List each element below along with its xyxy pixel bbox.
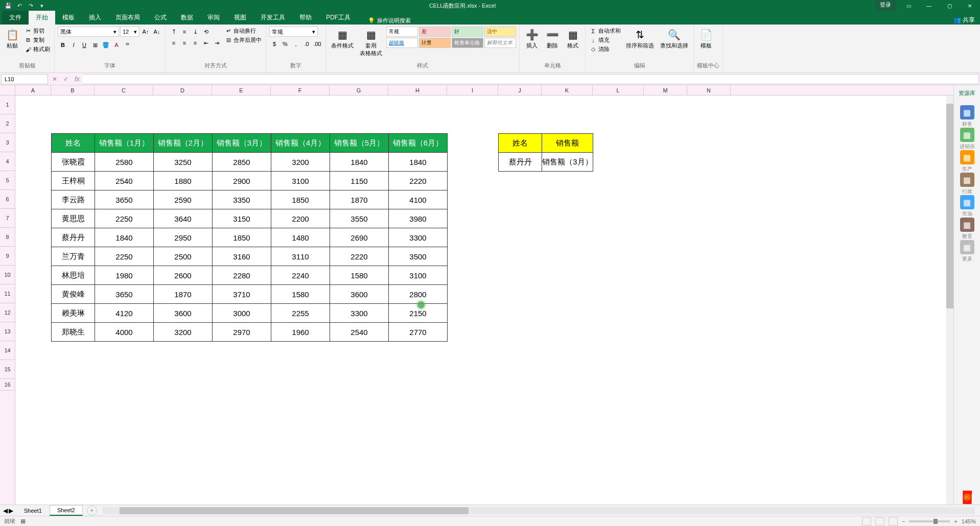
column-header[interactable]: C xyxy=(95,85,153,95)
row-header[interactable]: 5 xyxy=(0,171,15,190)
align-right-button[interactable]: ≡ xyxy=(190,38,200,48)
save-icon[interactable]: 💾 xyxy=(4,2,12,10)
table-cell[interactable]: 郑晓生 xyxy=(52,323,95,342)
increase-indent-button[interactable]: ⇥ xyxy=(212,38,222,48)
style-check[interactable]: 检查单元格 xyxy=(452,38,483,48)
column-header[interactable]: D xyxy=(153,85,212,95)
decrease-indent-button[interactable]: ⇤ xyxy=(201,38,211,48)
table-cell[interactable]: 2200 xyxy=(271,209,330,228)
table-cell[interactable]: 3600 xyxy=(154,304,213,323)
table-cell[interactable]: 黄俊峰 xyxy=(52,285,95,304)
tab-layout[interactable]: 页面布局 xyxy=(108,11,147,25)
sheet-tab-2[interactable]: Sheet2 xyxy=(50,505,83,516)
insert-cells-button[interactable]: ➕插入 xyxy=(523,27,541,51)
table-cell[interactable]: 2540 xyxy=(95,172,154,190)
row-header[interactable]: 2 xyxy=(0,114,15,133)
column-header[interactable]: L xyxy=(593,85,644,95)
table-cell[interactable]: 2950 xyxy=(154,228,213,247)
increase-font-button[interactable]: A↑ xyxy=(141,27,151,37)
pane-item[interactable]: ▦生产 xyxy=(960,150,975,173)
cancel-formula-button[interactable]: ✕ xyxy=(49,74,60,84)
tab-home[interactable]: 开始 xyxy=(29,11,55,25)
column-header[interactable]: M xyxy=(644,85,687,95)
style-neutral[interactable]: 适中 xyxy=(484,27,516,37)
minimize-button[interactable]: — xyxy=(919,0,939,11)
page-break-view-button[interactable] xyxy=(889,517,898,525)
table-cell[interactable]: 王梓桐 xyxy=(52,172,95,190)
lookup-cell[interactable]: 蔡丹丹 xyxy=(499,153,542,172)
table-cell[interactable]: 3500 xyxy=(389,247,448,266)
column-header[interactable]: F xyxy=(271,85,330,95)
add-sheet-button[interactable]: + xyxy=(87,506,97,516)
zoom-slider[interactable] xyxy=(909,520,950,522)
row-header[interactable]: 16 xyxy=(0,379,15,391)
table-cell[interactable]: 1870 xyxy=(330,190,389,209)
format-as-table-button[interactable]: ▦套用 表格格式 xyxy=(358,27,384,58)
zoom-in-button[interactable]: + xyxy=(954,518,957,524)
sheet-tab-1[interactable]: Sheet1 xyxy=(16,506,50,516)
table-cell[interactable]: 1980 xyxy=(95,266,154,285)
table-cell[interactable]: 蔡丹丹 xyxy=(52,228,95,247)
row-header[interactable]: 3 xyxy=(0,133,15,152)
select-all-button[interactable] xyxy=(0,85,15,95)
row-header[interactable]: 1 xyxy=(0,95,15,114)
table-cell[interactable]: 3300 xyxy=(389,228,448,247)
currency-button[interactable]: $ xyxy=(269,39,279,49)
zoom-out-button[interactable]: − xyxy=(902,518,905,524)
pane-item[interactable]: ▦市场 xyxy=(960,195,975,218)
table-cell[interactable]: 2690 xyxy=(330,228,389,247)
align-middle-button[interactable]: ≡ xyxy=(179,27,190,37)
table-cell[interactable]: 2240 xyxy=(271,266,330,285)
column-header[interactable]: I xyxy=(447,85,498,95)
undo-icon[interactable]: ↶ xyxy=(15,2,24,10)
table-cell[interactable]: 3300 xyxy=(330,304,389,323)
find-select-button[interactable]: 🔍查找和选择 xyxy=(658,27,690,51)
table-cell[interactable]: 3160 xyxy=(213,247,271,266)
table-cell[interactable]: 3600 xyxy=(330,285,389,304)
template-button[interactable]: 📄模板 xyxy=(697,27,715,51)
table-header[interactable]: 销售额（6月） xyxy=(389,134,448,153)
fill-color-button[interactable]: 🪣 xyxy=(101,40,111,50)
zoom-level[interactable]: 145% xyxy=(962,518,976,524)
table-cell[interactable]: 林思培 xyxy=(52,266,95,285)
table-cell[interactable]: 2250 xyxy=(95,247,154,266)
comma-button[interactable]: , xyxy=(291,39,301,49)
table-cell[interactable]: 2900 xyxy=(213,172,271,190)
tab-insert[interactable]: 插入 xyxy=(82,11,108,25)
format-cells-button[interactable]: ▦格式 xyxy=(564,27,582,51)
tab-data[interactable]: 数据 xyxy=(174,11,200,25)
login-button[interactable]: 登录 xyxy=(875,0,896,11)
table-cell[interactable]: 2500 xyxy=(154,247,213,266)
format-painter-button[interactable]: 🖌格式刷 xyxy=(24,45,51,54)
table-cell[interactable]: 3350 xyxy=(213,190,271,209)
underline-button[interactable]: U xyxy=(79,40,89,50)
style-explain[interactable]: 解释性文本 xyxy=(484,38,516,48)
tab-developer[interactable]: 开发工具 xyxy=(253,11,292,25)
table-cell[interactable]: 2580 xyxy=(95,153,154,172)
table-cell[interactable]: 2590 xyxy=(154,190,213,209)
align-center-button[interactable]: ≡ xyxy=(179,38,190,48)
ribbon-options-icon[interactable]: ▭ xyxy=(898,0,919,11)
bold-button[interactable]: B xyxy=(58,40,68,50)
table-cell[interactable]: 3100 xyxy=(271,172,330,190)
increase-decimal-button[interactable]: .0 xyxy=(301,39,312,49)
row-header[interactable]: 8 xyxy=(0,228,15,247)
sheet-nav-prev[interactable]: ◀ xyxy=(3,507,8,514)
font-family-select[interactable]: 黑体▾ xyxy=(58,27,119,37)
red-packet-icon[interactable]: 🧧 xyxy=(960,490,975,505)
lookup-cell[interactable]: 销售额（3月） xyxy=(542,153,593,172)
style-normal[interactable]: 常规 xyxy=(386,27,418,37)
table-cell[interactable]: 3200 xyxy=(154,323,213,342)
cut-button[interactable]: ✂剪切 xyxy=(24,27,51,35)
align-left-button[interactable]: ≡ xyxy=(169,38,179,48)
table-cell[interactable]: 3650 xyxy=(95,190,154,209)
pane-item[interactable]: ▦行政 xyxy=(960,173,975,195)
pane-item[interactable]: ▦财务 xyxy=(960,105,975,128)
table-cell[interactable]: 1840 xyxy=(95,228,154,247)
orientation-button[interactable]: ⟲ xyxy=(201,27,211,37)
table-cell[interactable]: 3550 xyxy=(330,209,389,228)
table-cell[interactable]: 1840 xyxy=(330,153,389,172)
close-button[interactable]: ✕ xyxy=(960,0,980,11)
qat-more-icon[interactable]: ▾ xyxy=(38,2,46,10)
table-header[interactable]: 销售额（5月） xyxy=(330,134,389,153)
